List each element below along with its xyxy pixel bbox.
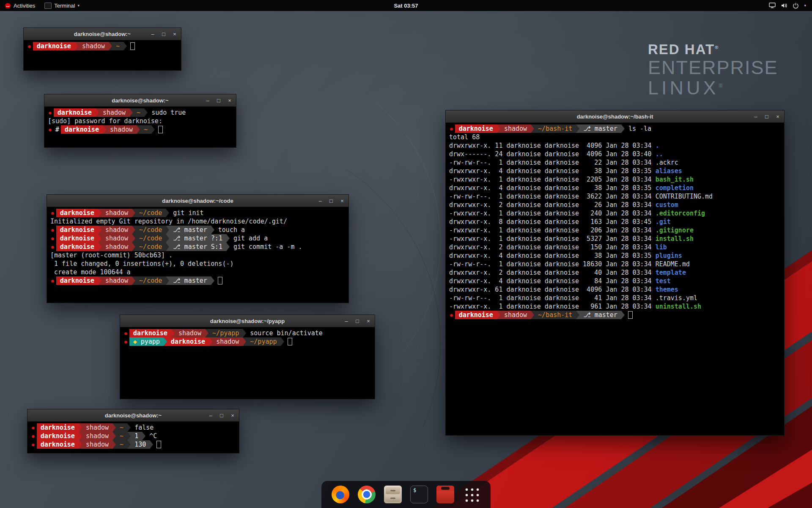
maximize-button[interactable]: □ (161, 31, 167, 37)
maximize-button[interactable]: □ (216, 97, 222, 104)
terminal-output[interactable]: ●darknoiseshadow~/bash-it⎇ masterls -lat… (446, 123, 784, 435)
prompt-segment-path: ~ (116, 440, 127, 449)
prompt-segment-branch: ⎇ master (169, 276, 211, 285)
powerline-arrow (166, 209, 169, 217)
terminal-output[interactable]: ●darknoiseshadow~sudo true[sudo] passwor… (44, 107, 236, 147)
powerline-arrow (166, 243, 169, 251)
terminal-output[interactable]: ●darknoiseshadow~/codegit initInitialize… (47, 207, 348, 303)
maximize-button[interactable]: □ (219, 412, 225, 419)
minimize-button[interactable]: – (150, 31, 156, 37)
titlebar[interactable]: darknoise@shadow:~ – □ × (44, 94, 236, 107)
powerline-arrow (226, 234, 230, 243)
terminal-cursor (218, 277, 222, 284)
powerline-arrow (144, 108, 148, 117)
powerline-arrow (166, 226, 169, 234)
firefox-icon[interactable] (332, 486, 349, 503)
terminal-output[interactable]: ●darknoiseshadow~false●darknoiseshadow~1… (27, 422, 239, 453)
close-button[interactable]: × (230, 412, 236, 419)
powerline-arrow (621, 311, 625, 319)
titlebar[interactable]: darknoise@shadow:~/pyapp – □ × (120, 315, 375, 327)
volume-icon (781, 3, 787, 8)
powerline-arrow (112, 432, 116, 440)
titlebar[interactable]: darknoise@shadow:~ – □ × (27, 409, 239, 422)
prompt-segment-user: darknoise (56, 209, 98, 217)
maximize-button[interactable]: □ (328, 198, 334, 204)
close-button[interactable]: × (172, 31, 178, 37)
clock[interactable]: Sat 03:57 (394, 3, 418, 9)
prompt-segment-host: shadow (102, 243, 132, 251)
minimize-button[interactable]: – (317, 198, 323, 204)
terminal-output[interactable]: ●darknoiseshadow~ (24, 40, 181, 70)
maximize-button[interactable]: □ (764, 113, 770, 120)
titlebar[interactable]: darknoise@shadow:~ – □ × (24, 28, 181, 40)
command-text: ls -la (625, 125, 651, 133)
powerline-arrow (497, 311, 500, 319)
redhat-prompt-icon: ● (27, 44, 33, 49)
system-status-area[interactable]: ▾ (763, 0, 812, 11)
terminal-cursor (628, 311, 633, 319)
titlebar[interactable]: darknoise@shadow:~/code – □ × (47, 195, 348, 207)
file-name: themes (656, 286, 678, 293)
file-name: test (656, 277, 671, 285)
redhat-prompt-icon: ● (449, 126, 455, 132)
titlebar[interactable]: darknoise@shadow:~/bash-it – □ × (446, 110, 784, 123)
command-text: git commit -a -m . (230, 243, 302, 251)
toolbox-icon[interactable] (436, 486, 454, 503)
files-icon[interactable] (384, 486, 402, 503)
chevron-down-icon: ▾ (77, 3, 80, 8)
prompt-segment-host: shadow (78, 42, 109, 50)
redhat-prompt-icon: ● (50, 227, 56, 233)
activities-button[interactable]: Activities (0, 0, 40, 11)
minimize-button[interactable]: – (753, 113, 759, 120)
prompt-segment-user: darknoise (37, 432, 79, 440)
minimize-button[interactable]: – (343, 318, 349, 324)
toolbox-handle (441, 487, 450, 490)
redhat-prompt-icon: ● (123, 339, 129, 345)
terminal-icon[interactable]: $ (410, 486, 428, 503)
terminal-window-code: darknoise@shadow:~/code – □ × ●darknoise… (47, 194, 349, 303)
command-text: source bin/activate (246, 329, 323, 337)
powerline-arrow (98, 234, 102, 243)
chrome-icon[interactable] (358, 486, 376, 503)
file-name: aliases (656, 167, 682, 175)
prompt-segment-venv: ◆ pyapp (129, 337, 164, 346)
powerline-arrow (226, 243, 230, 251)
rhel-logo-enterprise: ENTERPRISE (648, 58, 778, 77)
prompt-segment-host: shadow (175, 329, 205, 337)
powerline-arrow (531, 311, 534, 319)
terminal-window-sudo: darknoise@shadow:~ – □ × ●darknoiseshado… (44, 94, 236, 148)
close-button[interactable]: × (227, 97, 233, 104)
power-icon (793, 3, 799, 9)
terminal-output[interactable]: ●darknoiseshadow~/pyappsource bin/activa… (120, 327, 375, 399)
powerline-arrow (75, 42, 78, 50)
maximize-button[interactable]: □ (354, 318, 360, 324)
close-button[interactable]: × (775, 113, 781, 120)
powerline-arrow (79, 432, 82, 440)
close-button[interactable]: × (365, 318, 371, 324)
close-button[interactable]: × (339, 198, 345, 204)
window-title: darknoise@shadow:~/bash-it (577, 113, 653, 120)
show-apps-icon[interactable] (463, 486, 480, 503)
redhat-prompt-icon: ● (31, 442, 37, 447)
prompt-segment-host: shadow (82, 423, 112, 432)
powerline-arrow (171, 329, 175, 337)
powerline-arrow (98, 226, 102, 234)
minimize-button[interactable]: – (205, 97, 211, 104)
powerline-arrow (205, 329, 208, 337)
prompt-segment-host: shadow (99, 108, 129, 117)
powerline-arrow (112, 423, 116, 432)
minimize-button[interactable]: – (208, 412, 214, 419)
files-drawer (386, 495, 400, 502)
prompt-segment-branch: ⎇ master (579, 311, 621, 319)
powerline-arrow (209, 337, 212, 346)
redhat-prompt-icon: ● (31, 433, 37, 439)
file-name: plugins (656, 252, 682, 260)
powerline-arrow (150, 440, 153, 449)
git-branch-icon: ⎇ (173, 235, 184, 242)
powerline-arrow (132, 209, 135, 217)
app-menu-terminal[interactable]: Terminal ▾ (40, 0, 84, 11)
prompt-segment-user: darknoise (37, 423, 79, 432)
python-icon: ◆ (133, 338, 141, 345)
redhat-prompt-icon: ● (48, 127, 54, 133)
prompt-segment-host: shadow (500, 311, 531, 319)
